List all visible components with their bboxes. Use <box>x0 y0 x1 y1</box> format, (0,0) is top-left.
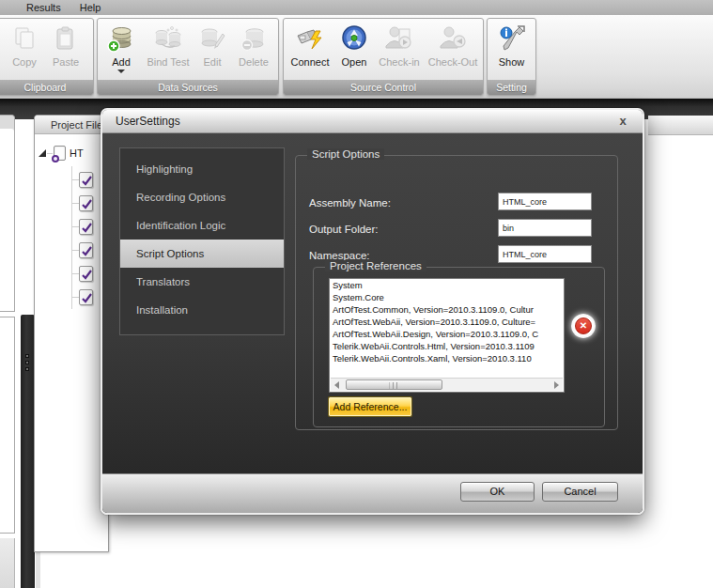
menu-help[interactable]: Help <box>70 2 111 13</box>
ribbon-group-clipboard: Copy Paste Clipboard <box>0 18 94 96</box>
group-label-setting: Setting <box>488 80 535 95</box>
output-folder-label: Output Folder: <box>309 224 379 235</box>
connect-label: Connect <box>291 56 330 68</box>
reference-item[interactable]: ArtOfTest.WebAii.Design, Version=2010.3.… <box>330 328 564 340</box>
paste-icon <box>51 23 81 54</box>
copy-button: Copy <box>4 22 45 80</box>
tree-root-label: HT <box>70 147 84 159</box>
remove-reference-button[interactable]: ✕ <box>571 314 596 338</box>
checked-test-icon[interactable] <box>79 195 93 211</box>
reference-item[interactable]: System.Core <box>330 291 564 303</box>
show-label: Show <box>499 56 525 68</box>
add-reference-button[interactable]: Add Reference... <box>329 397 411 416</box>
tree-item-checked[interactable] <box>71 219 93 235</box>
nav-item-highlighting[interactable]: Highlighting <box>120 155 284 183</box>
dialog-title-bar[interactable]: UserSettings <box>102 110 643 133</box>
user-settings-dialog: UserSettings x Highlighting Recording Op… <box>101 108 644 515</box>
open-label: Open <box>342 56 367 68</box>
delete-label: Delete <box>239 56 269 68</box>
reference-item[interactable]: Telerik.WebAii.Controls.Xaml, Version=20… <box>330 352 564 364</box>
group-label-source-control: Source Control <box>284 80 483 95</box>
settings-nav: Highlighting Recording Options Identific… <box>119 147 285 335</box>
dialog-title: UserSettings <box>102 115 180 128</box>
database-add-icon <box>106 23 136 54</box>
tree-item-checked[interactable] <box>71 195 93 211</box>
edit-data-source-button: Edit <box>194 22 231 80</box>
project-files-panel: Project File HT <box>34 115 109 552</box>
clock-badge-icon <box>52 155 59 162</box>
show-settings-button[interactable]: Show <box>490 22 534 80</box>
tree-root-node[interactable]: HT <box>39 146 84 161</box>
plug-connect-icon <box>295 23 325 54</box>
check-out-label: Check-Out <box>428 56 478 68</box>
scroll-right-arrow-icon[interactable] <box>550 379 563 391</box>
tree-item-checked[interactable] <box>71 172 93 188</box>
delete-data-source-button: Delete <box>231 22 276 80</box>
paste-label: Paste <box>53 56 79 68</box>
group-label-data-sources: Data Sources <box>98 80 278 95</box>
add-data-source-button[interactable]: Add <box>100 22 143 80</box>
check-in-label: Check-in <box>379 56 419 68</box>
ribbon-group-setting: Show Setting <box>487 18 536 96</box>
scrollbar-thumb[interactable] <box>346 379 442 390</box>
namespace-field[interactable] <box>498 245 592 263</box>
reference-item[interactable]: ArtOfTest.WebAii, Version=2010.3.1109.0,… <box>330 316 564 328</box>
checked-test-icon[interactable] <box>79 289 93 305</box>
menu-results[interactable]: Results <box>17 2 70 13</box>
reference-item[interactable]: Telerik.WebAii.Controls.Html, Version=20… <box>330 340 564 352</box>
person-checkin-icon <box>384 23 414 54</box>
project-references-group: Project References System System.Core Ar… <box>313 267 605 427</box>
tree-item-checked[interactable] <box>71 266 93 282</box>
edit-label: Edit <box>204 56 222 68</box>
project-files-panel-title: Project File <box>35 116 108 134</box>
add-label: Add <box>112 56 131 68</box>
ok-button[interactable]: OK <box>460 482 535 502</box>
nav-item-identification-logic[interactable]: Identification Logic <box>120 211 284 240</box>
checked-test-icon[interactable] <box>79 266 93 282</box>
paste-button: Paste <box>45 22 86 80</box>
tree-item-checked[interactable] <box>71 242 93 258</box>
reference-item[interactable]: ArtOfTest.Common, Version=2010.3.1109.0,… <box>330 303 564 316</box>
checked-test-icon[interactable] <box>79 242 93 258</box>
close-icon[interactable]: x <box>614 113 631 130</box>
project-references-legend: Project References <box>325 260 426 271</box>
database-edit-icon <box>197 23 227 54</box>
project-files-tree: HT <box>35 134 108 551</box>
remove-reference-icon: ✕ <box>575 317 592 334</box>
tree-expander-icon[interactable] <box>39 149 46 157</box>
output-folder-field[interactable] <box>498 219 592 237</box>
database-bind-icon <box>153 23 183 54</box>
nav-item-script-options[interactable]: Script Options <box>120 240 284 268</box>
ribbon-group-data-sources: Add Bind Test <box>97 18 279 96</box>
script-options-legend: Script Options <box>307 148 384 160</box>
dialog-footer: OK Cancel <box>102 473 643 513</box>
menu-bar: Results Help <box>0 0 713 15</box>
wrench-info-icon <box>497 23 527 54</box>
add-dropdown-arrow-icon[interactable] <box>117 70 125 73</box>
globe-open-icon <box>339 23 369 54</box>
check-out-button: Check-Out <box>425 22 481 80</box>
horizontal-scrollbar[interactable] <box>331 378 563 391</box>
reference-item[interactable]: System <box>330 279 564 291</box>
left-panel-sliver-top <box>0 115 15 312</box>
open-button[interactable]: Open <box>334 22 374 80</box>
database-delete-icon <box>239 23 269 54</box>
scroll-left-arrow-icon[interactable] <box>331 379 343 391</box>
assembly-name-field[interactable] <box>498 193 592 210</box>
group-label-clipboard: Clipboard <box>0 80 93 95</box>
nav-item-installation[interactable]: Installation <box>120 296 284 324</box>
tree-item-checked[interactable] <box>71 289 93 305</box>
cancel-button[interactable]: Cancel <box>542 482 618 502</box>
nav-item-translators[interactable]: Translators <box>120 268 284 296</box>
nav-item-recording-options[interactable]: Recording Options <box>120 183 284 211</box>
script-options-group: Script Options Assembly Name: Output Fol… <box>295 155 618 430</box>
checked-test-icon[interactable] <box>79 219 93 235</box>
references-listbox[interactable]: System System.Core ArtOfTest.Common, Ver… <box>329 278 565 393</box>
bind-test-label: Bind Test <box>147 56 189 68</box>
splitter-grip-icon <box>25 354 29 374</box>
vertical-splitter[interactable] <box>21 315 35 588</box>
checked-test-icon[interactable] <box>79 172 93 188</box>
connect-button[interactable]: Connect <box>286 22 334 80</box>
person-checkout-icon <box>438 23 468 54</box>
ribbon-toolbar: Copy Paste Clipboard <box>0 15 713 99</box>
